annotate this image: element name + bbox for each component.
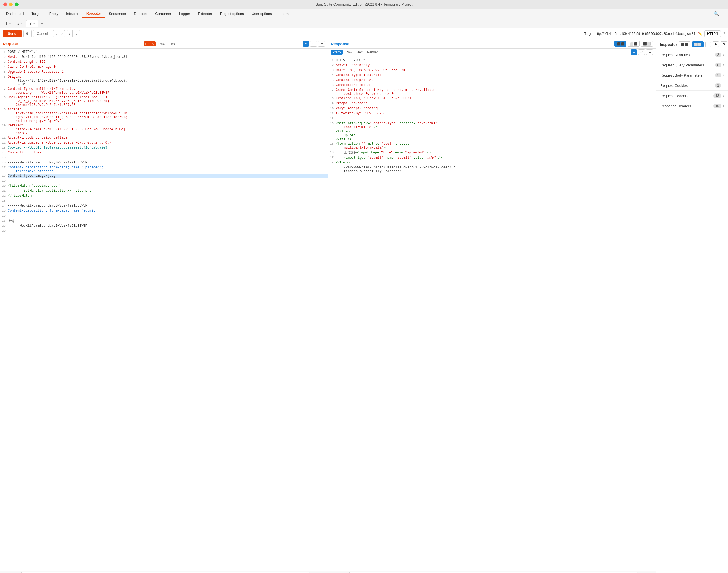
req-line-25: 25 Content-Disposition: form-data; name=… [0, 209, 328, 213]
tab-3-close[interactable]: × [33, 22, 35, 25]
menu-user-options[interactable]: User options [248, 10, 276, 17]
maximize-button[interactable] [15, 2, 18, 6]
inspector-icon-collapse[interactable]: ⊖ [713, 42, 719, 47]
resp-line-4: 4 Content-Type: text/html [328, 73, 656, 78]
inspector-item-query-params[interactable]: Request Query Parameters 0 › [656, 60, 728, 70]
req-line-21: 21 SetHandler application/x-httpd-php [0, 189, 328, 194]
search-icon[interactable]: 🔍 [714, 11, 719, 16]
request-tab-pretty[interactable]: Pretty [144, 42, 156, 46]
inspector-item-resp-headers[interactable]: Response Headers 10 › [656, 101, 728, 111]
response-code-area: 1 HTTP/1.1 200 OK 2 Server: openresty 3 … [328, 57, 656, 571]
req-line-19: 19 [0, 179, 328, 184]
request-panel-icons: ≡ ↵ ≣ [303, 41, 325, 47]
request-tab-raw[interactable]: Raw [157, 42, 167, 46]
chevron-down-icon: › [723, 73, 724, 77]
response-search-input[interactable] [349, 572, 638, 573]
inspector-item-body-params[interactable]: Request Body Parameters 2 › [656, 70, 728, 81]
response-panel-icons: ≡ ↵ ≣ [631, 49, 653, 55]
edit-target-button[interactable]: ✏️ [697, 32, 702, 36]
inspector-icon-grid[interactable]: ⬜⬜ [692, 42, 704, 47]
resp-view-icon-1[interactable]: ≡ [631, 49, 637, 55]
add-tab-button[interactable]: + [39, 20, 45, 27]
req-line-17: 17 Content-Disposition: form-data; name=… [0, 165, 328, 174]
req-line-9: 9 Accept: text/html,application/xhtml+xm… [0, 107, 328, 123]
menu-comparer[interactable]: Comparer [151, 10, 175, 17]
nav-next-button[interactable]: › [67, 30, 73, 37]
help-button[interactable]: ? [723, 32, 725, 36]
resp-line-3: 3 Date: Thu, 08 Sep 2022 09:09:55 GMT [328, 68, 656, 73]
resp-icon-2[interactable]: ⬜⬛ [628, 41, 640, 47]
tab-1-close[interactable]: × [9, 22, 11, 25]
response-search-bar: ? ⚙ ← → 0 matches [328, 571, 656, 573]
inspector-item-request-attributes[interactable]: Request Attributes 2 › [656, 50, 728, 60]
req-line-5: 5 Upgrade-Insecure-Requests: 1 [0, 70, 328, 75]
menu-decoder[interactable]: Decoder [130, 10, 151, 17]
tab-1[interactable]: 1 × [2, 20, 14, 27]
resp-line-9: 9 Pragma: no-cache [328, 101, 656, 106]
inspector-panel: Inspector ⬛⬛ ⬜⬜ ≡ ⊖ ⚙ ✕ Request Attribut… [656, 39, 728, 573]
menu-target[interactable]: Target [28, 10, 45, 17]
close-button[interactable] [3, 2, 7, 6]
inspector-icon-list[interactable]: ⬛⬛ [679, 42, 690, 47]
request-view-icon-2[interactable]: ↵ [310, 41, 317, 47]
req-line-16: 16 ------WebKitFormBoundaryGXVqzXfs9lp3E… [0, 160, 328, 165]
nav-next-alt-button[interactable]: ⌄ [73, 30, 80, 37]
response-tab-render[interactable]: Render [365, 50, 379, 55]
menu-sequencer[interactable]: Sequencer [105, 10, 130, 17]
resp-view-icon-2[interactable]: ↵ [638, 49, 645, 55]
more-icon[interactable]: ⋮ [721, 11, 726, 16]
tab-3[interactable]: 3 × [26, 20, 39, 27]
minimize-button[interactable] [9, 2, 13, 6]
tab-2-close[interactable]: × [21, 22, 23, 25]
menu-extender[interactable]: Extender [194, 10, 216, 17]
request-tab-hex[interactable]: Hex [168, 42, 177, 46]
response-tab-hex[interactable]: Hex [355, 50, 364, 55]
resp-view-icon-3[interactable]: ≣ [646, 49, 653, 55]
menu-intruder[interactable]: Intruder [62, 10, 83, 17]
menu-repeater[interactable]: Repeater [83, 10, 105, 18]
nav-prev-button[interactable]: ‹ [53, 30, 59, 37]
send-button[interactable]: Send [3, 30, 21, 37]
response-tab-pretty[interactable]: Pretty [331, 50, 343, 55]
inspector-icon-align[interactable]: ≡ [705, 42, 711, 47]
request-view-icon-3[interactable]: ≣ [318, 41, 325, 47]
tab-bar: 1 × 2 × 3 × + [0, 19, 728, 28]
resp-line-8: 8 Expires: Thu, 19 Nov 1981 08:52:00 GMT [328, 96, 656, 101]
chevron-down-icon: › [723, 63, 724, 67]
nav-prev-alt-button[interactable]: › [59, 30, 65, 37]
menu-project-options[interactable]: Project options [216, 10, 248, 17]
inspector-item-req-headers[interactable]: Request Headers 13 › [656, 91, 728, 101]
inspector-item-label: Request Headers [660, 94, 713, 98]
req-line-12: 12 Accept-Language: en-US,en;q=0.9,zh-CN… [0, 141, 328, 146]
inspector-item-count: 1 [715, 83, 721, 88]
inspector-item-cookies[interactable]: Request Cookies 1 › [656, 81, 728, 91]
menu-logger[interactable]: Logger [175, 10, 194, 17]
http-version-button[interactable]: HTTP/1 [705, 31, 721, 37]
settings-icon-button[interactable]: ⚙ [23, 30, 32, 37]
req-line-22: 22 </FilesMatch> [0, 194, 328, 199]
inspector-icon-settings[interactable]: ⚙ [721, 42, 727, 47]
request-view-icon-1[interactable]: ≡ [303, 41, 309, 47]
toolbar-target: Target: http://40b4146e-d109-4152-9919-6… [584, 31, 725, 37]
menu-proxy[interactable]: Proxy [45, 10, 62, 17]
menu-learn[interactable]: Learn [276, 10, 293, 17]
resp-line-13: 13 <meta http-equiv="Content-Type" conte… [328, 121, 656, 129]
req-line-20: 20 <FilesMatch "goodimg.jpeg"> [0, 184, 328, 189]
req-line-4: 4 Cache-Control: max-age=0 [0, 65, 328, 70]
chevron-down-icon: › [723, 104, 724, 108]
response-view-tabs: Pretty Raw Hex Render [331, 50, 379, 55]
inspector-header: Inspector ⬛⬛ ⬜⬜ ≡ ⊖ ⚙ ✕ [656, 39, 728, 50]
menu-dashboard[interactable]: Dashboard [2, 10, 28, 17]
main-area: Request Pretty Raw Hex ≡ ↵ ≣ 1 POST / HT… [0, 39, 728, 573]
cancel-button[interactable]: Cancel [33, 30, 51, 37]
resp-icon-1[interactable]: ⬛⬛ [614, 41, 626, 47]
resp-line-11: 11 X-Powered-By: PHP/5.6.23 [328, 111, 656, 116]
inspector-item-count: 2 [715, 73, 721, 77]
response-tab-raw[interactable]: Raw [344, 50, 354, 55]
req-line-23: 23 [0, 199, 328, 204]
target-label: Target: http://40b4146e-d109-4152-9919-6… [584, 32, 695, 36]
req-line-1: 1 POST / HTTP/1.1 [0, 50, 328, 55]
resp-icon-3[interactable]: ⬛⬜ [641, 41, 653, 47]
request-search-input[interactable] [21, 572, 310, 573]
tab-2[interactable]: 2 × [14, 20, 26, 27]
